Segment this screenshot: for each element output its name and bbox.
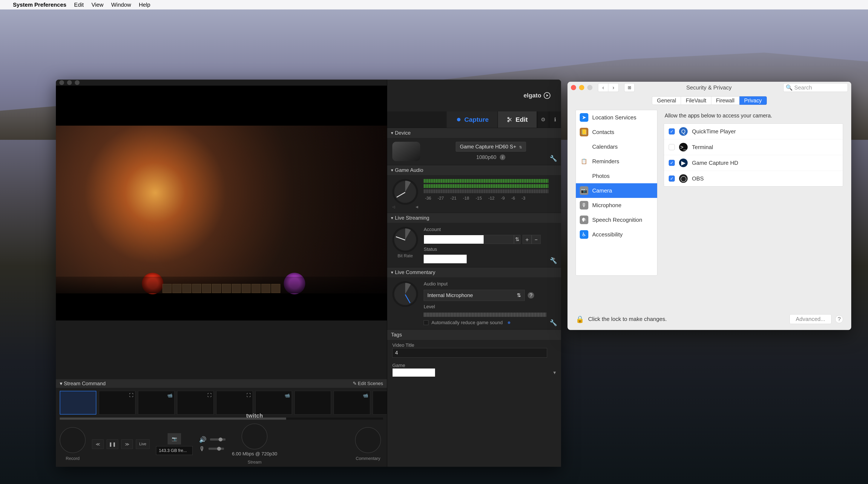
audio-input-label: Audio Input xyxy=(424,281,556,287)
remove-account-button[interactable]: － xyxy=(532,235,540,244)
capture-bottom-panel: ▾ Stream Command ✎ Edit Scenes ⛶ 📹 ⛶ ⛶ 📹… xyxy=(56,379,387,467)
app-icon: ▶ xyxy=(679,159,688,167)
add-scene-button[interactable]: ⊕ xyxy=(373,391,387,415)
account-stepper[interactable]: ⇅ xyxy=(514,235,520,244)
record-button[interactable] xyxy=(60,427,86,453)
app-row-quicktime-player: ✓QQuickTime Player xyxy=(664,124,843,139)
tab-edit[interactable]: Edit xyxy=(498,111,537,128)
lock-text: Click the lock to make changes. xyxy=(588,316,667,322)
tab-firewall[interactable]: Firewall xyxy=(711,96,740,105)
pause-button[interactable]: ❚❚ xyxy=(106,439,118,449)
prefs-titlebar[interactable]: ‹ › ⊞ Security & Privacy 🔍 Search xyxy=(567,82,851,93)
service-label: Photos xyxy=(592,173,610,179)
menubar-item-window[interactable]: Window xyxy=(111,1,131,8)
advanced-button[interactable]: Advanced... xyxy=(789,314,832,324)
service-icon: 🗓 xyxy=(580,142,588,151)
scene-2[interactable]: ⛶ xyxy=(99,391,135,415)
help-icon[interactable]: ? xyxy=(528,292,534,298)
camera-app-list: ✓QQuickTime Player>_Terminal✓▶Game Captu… xyxy=(664,123,843,187)
help-button[interactable]: ? xyxy=(835,315,843,323)
privacy-service-calendars[interactable]: 🗓Calendars xyxy=(576,139,657,154)
section-header-livecommentary[interactable]: Live Commentary xyxy=(387,267,561,277)
wrench-icon[interactable]: 🔧 xyxy=(550,155,557,162)
privacy-service-microphone[interactable]: 🎙Microphone xyxy=(576,198,657,212)
audio-gauge[interactable] xyxy=(392,179,418,205)
privacy-service-speech-recognition[interactable]: 🗣Speech Recognition xyxy=(576,212,657,227)
privacy-service-reminders[interactable]: 📋Reminders xyxy=(576,154,657,169)
go-live-button[interactable]: Live xyxy=(136,439,150,449)
menubar-item-view[interactable]: View xyxy=(91,1,103,8)
wrench-icon[interactable]: 🔧 xyxy=(550,257,557,264)
forward-button[interactable]: › xyxy=(608,83,619,92)
app-checkbox[interactable]: ✓ xyxy=(669,175,675,181)
status-field[interactable] xyxy=(424,255,467,263)
app-checkbox[interactable] xyxy=(669,144,675,150)
forward-button[interactable]: ≫ xyxy=(121,439,133,449)
menubar-item-help[interactable]: Help xyxy=(139,1,150,8)
scene-scrollbar[interactable] xyxy=(60,418,383,420)
minimize-dot[interactable] xyxy=(67,80,72,85)
edit-scenes-button[interactable]: ✎ Edit Scenes xyxy=(353,381,383,386)
menubar-item-edit[interactable]: Edit xyxy=(74,1,84,8)
skill-slot xyxy=(162,284,172,293)
mic-icon[interactable]: 🎙 xyxy=(199,445,205,452)
stream-command-label[interactable]: Stream Command xyxy=(64,380,106,386)
privacy-service-accessibility[interactable]: ♿︎Accessibility xyxy=(576,227,657,242)
tab-privacy[interactable]: Privacy xyxy=(740,96,767,105)
device-section: Device Game Capture HD60 S+ ⇅ 1080p60i 🔧 xyxy=(387,128,561,165)
auto-reduce-checkbox[interactable] xyxy=(424,320,428,325)
service-icon: 🗣 xyxy=(580,216,588,224)
tab-capture[interactable]: Capture xyxy=(447,111,498,128)
section-header-livestreaming[interactable]: Live Streaming xyxy=(387,213,561,223)
app-checkbox[interactable]: ✓ xyxy=(669,129,675,135)
section-header-device[interactable]: Device xyxy=(387,128,561,138)
scene-5[interactable]: ⛶ xyxy=(216,391,253,415)
wrench-icon[interactable]: 🔧 xyxy=(550,319,557,326)
close-button[interactable] xyxy=(571,85,576,90)
rewind-button[interactable]: ≪ xyxy=(92,439,103,449)
menubar-app-name[interactable]: System Preferences xyxy=(13,1,66,8)
device-dropdown[interactable]: Game Capture HD60 S+ ⇅ xyxy=(456,142,526,152)
show-all-button[interactable]: ⊞ xyxy=(624,83,634,92)
account-field[interactable] xyxy=(424,235,484,244)
tab-general[interactable]: General xyxy=(652,96,681,105)
add-account-button[interactable]: ＋ xyxy=(523,235,532,244)
settings-gear-icon[interactable]: ⚙ xyxy=(537,111,549,128)
tab-filevault[interactable]: FileVault xyxy=(681,96,711,105)
video-title-input[interactable] xyxy=(392,348,547,358)
lock-icon[interactable]: 🔒 xyxy=(576,315,584,323)
app-checkbox[interactable]: ✓ xyxy=(669,160,675,166)
mic-slider[interactable] xyxy=(209,448,224,450)
privacy-service-camera[interactable]: 📷Camera xyxy=(576,183,657,198)
minimize-button[interactable] xyxy=(579,85,584,90)
privacy-service-photos[interactable]: ✿Photos xyxy=(576,169,657,183)
section-header-gameaudio[interactable]: Game Audio xyxy=(387,165,561,175)
back-button[interactable]: ‹ xyxy=(598,83,608,92)
privacy-service-location-services[interactable]: ➤Location Services xyxy=(576,110,657,125)
prefs-search-input[interactable]: 🔍 Search xyxy=(783,83,848,92)
volume-slider[interactable] xyxy=(210,438,225,440)
privacy-service-contacts[interactable]: 📒Contacts xyxy=(576,125,657,139)
scene-8[interactable]: 📹 xyxy=(334,391,370,415)
stream-button[interactable]: twitch xyxy=(242,424,268,449)
zoom-dot[interactable] xyxy=(75,80,80,85)
speaker-icon[interactable]: 🔊 xyxy=(199,436,207,443)
snapshot-button[interactable]: 📷 xyxy=(168,433,181,445)
chevron-down-icon[interactable]: ▾ xyxy=(553,370,556,376)
audio-input-select[interactable]: Internal Microphone⇅ xyxy=(424,290,525,301)
privacy-service-list[interactable]: ➤Location Services📒Contacts🗓Calendars📋Re… xyxy=(576,110,657,276)
scene-3[interactable]: 📹 xyxy=(138,391,175,415)
info-icon[interactable]: i xyxy=(500,154,505,160)
scene-7[interactable] xyxy=(294,391,331,415)
storage-free[interactable]: 143.3 GB fre... xyxy=(156,446,193,455)
scene-1[interactable] xyxy=(60,391,96,415)
device-resolution: 1080p60 xyxy=(476,154,496,160)
info-icon[interactable]: ℹ xyxy=(549,111,561,128)
macos-menubar: System Preferences Edit View Window Help xyxy=(0,0,868,9)
scene-6[interactable]: 📹 xyxy=(255,391,292,415)
commentary-button[interactable] xyxy=(355,427,381,453)
scene-4[interactable]: ⛶ xyxy=(177,391,214,415)
game-input[interactable] xyxy=(392,368,435,377)
audio-meter-r xyxy=(424,184,548,188)
close-dot[interactable] xyxy=(59,80,64,85)
